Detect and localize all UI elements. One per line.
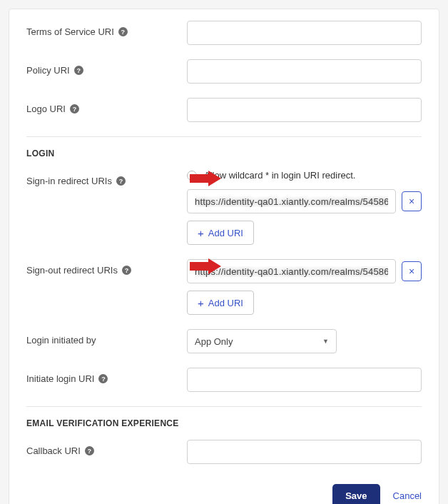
- divider: [26, 406, 422, 407]
- chevron-down-icon: ▼: [322, 338, 329, 345]
- signout-uri-row: ×: [187, 259, 422, 283]
- label-policy-uri: Policy URI: [26, 65, 70, 76]
- login-initiated-by-select[interactable]: App Only ▼: [187, 329, 337, 353]
- cancel-button[interactable]: Cancel: [393, 490, 422, 501]
- add-signout-uri-button[interactable]: + Add URI: [187, 291, 254, 315]
- row-policy-uri: Policy URI ?: [26, 52, 422, 91]
- divider: [26, 136, 422, 137]
- login-initiated-by-value: App Only: [195, 336, 233, 347]
- label-initiate-login-uri: Initiate login URI: [26, 373, 94, 384]
- allow-wildcard-label: Allow wildcard * in login URI redirect.: [204, 170, 355, 181]
- plus-icon: +: [198, 297, 204, 309]
- help-icon[interactable]: ?: [74, 66, 83, 75]
- label-signout-redirect: Sign-out redirect URIs: [26, 265, 118, 276]
- add-uri-label: Add URI: [208, 228, 243, 238]
- row-tos-uri: Terms of Service URI ?: [26, 14, 422, 52]
- row-logo-uri: Logo URI ?: [26, 91, 422, 129]
- settings-panel: Terms of Service URI ? Policy URI ? Logo…: [9, 9, 439, 504]
- help-icon[interactable]: ?: [122, 266, 131, 275]
- remove-signout-uri-button[interactable]: ×: [402, 261, 422, 281]
- label-signin-redirect: Sign-in redirect URIs: [26, 176, 112, 186]
- remove-signin-uri-button[interactable]: ×: [402, 191, 422, 211]
- row-callback-uri: Callback URI ?: [26, 433, 422, 471]
- help-icon[interactable]: ?: [98, 374, 108, 383]
- row-signin-redirect: Sign-in redirect URIs ? Allow wildcard *…: [26, 163, 422, 252]
- signin-uri-input[interactable]: [187, 189, 396, 213]
- section-email-verification-title: EMAIL VERIFICATION EXPERIENCE: [26, 410, 422, 433]
- plus-icon: +: [198, 227, 204, 239]
- help-icon[interactable]: ?: [116, 176, 126, 186]
- label-logo-uri: Logo URI: [26, 104, 66, 114]
- logo-uri-input[interactable]: [187, 98, 422, 122]
- row-signout-redirect: Sign-out redirect URIs ? × + Add URI: [26, 252, 422, 322]
- save-button[interactable]: Save: [332, 484, 380, 504]
- label-tos-uri: Terms of Service URI: [26, 26, 114, 37]
- signout-uri-input[interactable]: [187, 259, 396, 283]
- tos-uri-input[interactable]: [187, 21, 422, 45]
- button-row: Save Cancel: [26, 484, 422, 504]
- signin-uri-row: ×: [187, 189, 422, 213]
- allow-wildcard-checkbox[interactable]: [187, 171, 197, 181]
- help-icon[interactable]: ?: [70, 104, 79, 114]
- initiate-login-uri-input[interactable]: [187, 368, 422, 392]
- callback-uri-input[interactable]: [187, 440, 422, 464]
- add-uri-label: Add URI: [208, 298, 243, 308]
- label-callback-uri: Callback URI: [26, 445, 81, 456]
- policy-uri-input[interactable]: [187, 59, 422, 84]
- add-signin-uri-button[interactable]: + Add URI: [187, 221, 254, 245]
- help-icon[interactable]: ?: [118, 27, 128, 36]
- row-login-initiated-by: Login initiated by App Only ▼: [26, 322, 422, 361]
- help-icon[interactable]: ?: [85, 446, 94, 455]
- allow-wildcard-row: Allow wildcard * in login URI redirect.: [187, 170, 422, 181]
- label-login-initiated-by: Login initiated by: [26, 335, 96, 346]
- row-initiate-login-uri: Initiate login URI ?: [26, 361, 422, 399]
- section-login-title: LOGIN: [26, 140, 422, 163]
